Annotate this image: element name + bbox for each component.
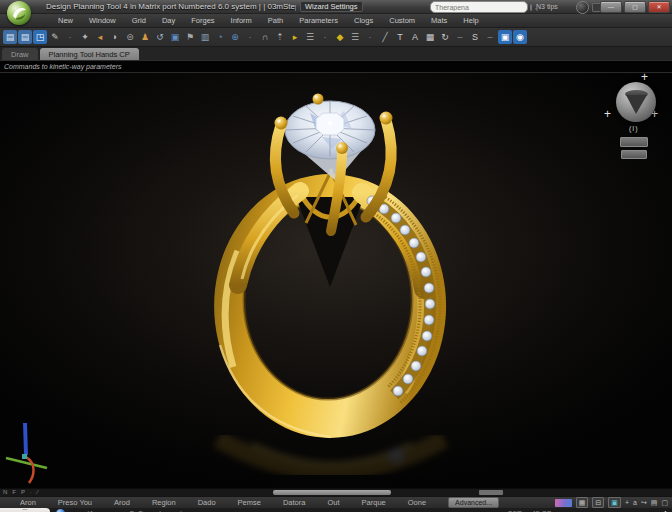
advanced-button[interactable]: Advanced... — [448, 497, 499, 508]
slash-icon[interactable]: ╱ — [378, 30, 392, 44]
figure-icon[interactable]: ♟ — [138, 30, 152, 44]
ring-render — [0, 73, 672, 488]
horizontal-scroll-thumb[interactable] — [273, 490, 391, 495]
window-title: Design Planning Tool 4 in Matrix port Nu… — [46, 2, 296, 11]
loop-icon[interactable]: ↻ — [438, 30, 452, 44]
annotate-icon[interactable]: A — [408, 30, 422, 44]
menu-item[interactable]: Path — [260, 14, 291, 27]
dot-sep[interactable]: · — [363, 30, 377, 44]
status-pane[interactable]: Arod — [114, 498, 130, 507]
flag-icon[interactable]: ⚑ — [183, 30, 197, 44]
dash-sep[interactable]: – — [483, 30, 497, 44]
menu-bar: NewWindowGridDayForgesInformPathParamete… — [0, 14, 672, 28]
gold-box-icon[interactable]: ▸ — [288, 30, 302, 44]
menu-item[interactable]: Grid — [124, 14, 154, 27]
menu-item[interactable]: Mats — [423, 14, 455, 27]
dash-sep[interactable]: – — [453, 30, 467, 44]
pointer-icon[interactable]: ◗ — [108, 30, 122, 44]
sphere-icon[interactable]: ◔ — [213, 30, 227, 44]
scrollbar-row[interactable]: NFP·⁄ — [0, 488, 672, 496]
menu-item[interactable]: Forges — [183, 14, 222, 27]
search-box[interactable] — [430, 1, 528, 13]
document-tab[interactable]: Draw — [2, 48, 38, 60]
status-pane[interactable]: Pemse — [238, 498, 261, 507]
nav-plus-left[interactable]: + — [604, 109, 611, 119]
arrow-left-icon[interactable]: ◂ — [93, 30, 107, 44]
menu-item[interactable]: Clogs — [346, 14, 381, 27]
grid-box-icon[interactable]: ▦ — [576, 497, 589, 508]
render-icon[interactable]: ▣ — [498, 30, 512, 44]
doc-icon[interactable]: ▤ — [651, 498, 658, 507]
minimize-button[interactable]: — — [600, 1, 622, 13]
application-window: Design Planning Tool 4 in Matrix port Nu… — [0, 0, 672, 512]
search-input[interactable] — [431, 4, 530, 11]
status-pane[interactable]: Region — [152, 498, 176, 507]
circle-icon[interactable]: ⊜ — [123, 30, 137, 44]
teal-box-icon[interactable]: ▣ — [608, 497, 621, 508]
maximize-button[interactable]: ▢ — [624, 1, 646, 13]
pencil-icon[interactable]: ✎ — [48, 30, 62, 44]
extrude-icon[interactable]: ⇡ — [273, 30, 287, 44]
status-pane[interactable]: Parque — [362, 498, 386, 507]
curve-icon[interactable]: S — [468, 30, 482, 44]
status-pane[interactable]: Preso You — [58, 498, 92, 507]
viewport-icon[interactable]: ▤ — [3, 30, 17, 44]
panel-icon[interactable]: ▥ — [198, 30, 212, 44]
status-pane[interactable]: Oone — [408, 498, 426, 507]
pan-icon[interactable]: N — [3, 489, 7, 496]
nav-plus-top[interactable]: + — [641, 73, 648, 82]
status-pane[interactable]: Datora — [283, 498, 306, 507]
status-pane[interactable]: Aron — [20, 498, 36, 507]
menu-item[interactable]: New — [50, 14, 81, 27]
dot-sep[interactable]: · — [243, 30, 257, 44]
menu-item[interactable]: Day — [154, 14, 183, 27]
nav-widget-label: (I) — [629, 125, 639, 132]
nav-button-2[interactable] — [621, 150, 647, 159]
plus-icon[interactable]: + — [625, 498, 629, 507]
scroll-segment[interactable] — [479, 490, 503, 495]
slash-icon[interactable]: ⁄ — [37, 489, 38, 496]
status-pane[interactable]: Out — [327, 498, 339, 507]
color-display-icon[interactable] — [555, 499, 572, 507]
gold-gem-icon[interactable]: ◆ — [333, 30, 347, 44]
folder-icon[interactable]: ▣ — [168, 30, 182, 44]
menu-item[interactable]: Window — [81, 14, 124, 27]
grid-icon[interactable]: ▦ — [423, 30, 437, 44]
nav-button-1[interactable] — [620, 137, 648, 147]
globe-icon[interactable]: ◉ — [513, 30, 527, 44]
main-toolbar: ▤▤◳✎·✦◂◗⊜♟↺▣⚑▥◔⊛·∩⇡▸☰·◆☰·╱TA▦↻–S–▣◉ — [0, 28, 672, 47]
arc-icon[interactable]: ∩ — [258, 30, 272, 44]
dot-sep[interactable]: · — [63, 30, 77, 44]
taskbar-row: ⌒ caps(4wagBaFa(mmap) D5Rgn 45 GB A — [0, 508, 672, 512]
close-button[interactable]: ✕ — [648, 1, 670, 13]
list-box-icon[interactable]: ⊟ — [592, 497, 604, 508]
command-line[interactable]: Commands to kinetic-way parameters — [0, 60, 672, 73]
overflow-button[interactable]: ⌒ — [0, 508, 50, 512]
globe-button[interactable] — [576, 1, 589, 14]
menu-item[interactable]: Custom — [381, 14, 423, 27]
zoom-icon[interactable]: F — [12, 489, 16, 496]
status-pane[interactable]: Dado — [198, 498, 216, 507]
a-icon[interactable]: a — [633, 498, 637, 507]
document-tab[interactable]: Planning Tool Hands CP — [40, 48, 139, 60]
text-icon[interactable]: T — [393, 30, 407, 44]
title-hint-text: N3 tips — [536, 3, 558, 10]
bars2-icon[interactable]: ☰ — [348, 30, 362, 44]
gem-icon[interactable]: ✦ — [78, 30, 92, 44]
menu-item[interactable]: Parameters — [291, 14, 346, 27]
viewport-3d[interactable]: + + + (I) — [0, 73, 672, 488]
viewport2-icon[interactable]: ▤ — [18, 30, 32, 44]
search-icon — [530, 4, 532, 11]
active-view-icon[interactable]: ◳ — [33, 30, 47, 44]
rotate-icon[interactable]: ↺ — [153, 30, 167, 44]
dot-sep[interactable]: · — [318, 30, 332, 44]
wheel-icon[interactable]: ⊛ — [228, 30, 242, 44]
menu-item[interactable]: Inform — [223, 14, 260, 27]
play-icon[interactable]: P — [21, 489, 25, 496]
monitor-icon[interactable]: ▢ — [661, 498, 668, 507]
bars-icon[interactable]: ☰ — [303, 30, 317, 44]
app-logo-icon[interactable] — [7, 1, 31, 25]
menu-item[interactable]: Help — [455, 14, 486, 27]
undo-icon[interactable]: ↪ — [641, 498, 647, 507]
dot-icon[interactable]: · — [30, 489, 32, 496]
